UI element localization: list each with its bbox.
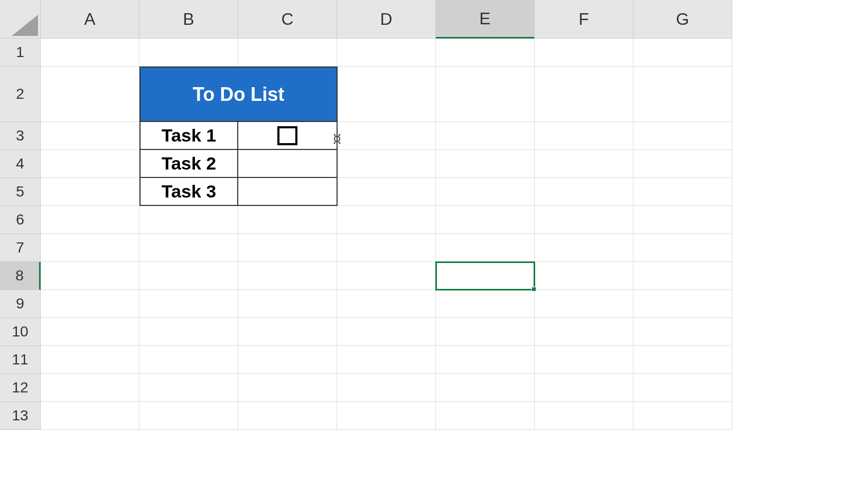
task-check-cell-1[interactable] [238, 122, 338, 150]
cell-f7[interactable] [535, 234, 633, 262]
cell-b8[interactable] [139, 262, 238, 290]
row-header-6[interactable]: 6 [0, 206, 41, 234]
cell-a9[interactable] [41, 290, 139, 318]
cell-e4[interactable] [436, 150, 535, 178]
cell-c13[interactable] [238, 402, 337, 430]
cell-f1[interactable] [535, 39, 633, 67]
cell-f5[interactable] [535, 178, 633, 206]
cell-b13[interactable] [139, 402, 238, 430]
cell-e6[interactable] [436, 206, 535, 234]
cell-a2[interactable] [41, 67, 139, 122]
row-header-13[interactable]: 13 [0, 402, 41, 430]
cell-g1[interactable] [633, 39, 732, 67]
cell-d7[interactable] [337, 234, 436, 262]
select-all-corner[interactable] [0, 0, 41, 39]
cell-f11[interactable] [535, 346, 633, 374]
cell-c1[interactable] [238, 39, 337, 67]
cell-f12[interactable] [535, 374, 633, 402]
cell-e11[interactable] [436, 346, 535, 374]
cell-c6[interactable] [238, 206, 337, 234]
cell-d5[interactable] [337, 178, 436, 206]
row-header-12[interactable]: 12 [0, 374, 41, 402]
cell-g12[interactable] [633, 374, 732, 402]
cell-g3[interactable] [633, 122, 732, 150]
column-header-e[interactable]: E [436, 0, 535, 39]
cell-g11[interactable] [633, 346, 732, 374]
row-header-8[interactable]: 8 [0, 262, 41, 290]
row-header-11[interactable]: 11 [0, 346, 41, 374]
cell-a6[interactable] [41, 206, 139, 234]
cell-e5[interactable] [436, 178, 535, 206]
cell-e1[interactable] [436, 39, 535, 67]
cell-c7[interactable] [238, 234, 337, 262]
task-label-1[interactable]: Task 1 [139, 122, 238, 150]
cell-b10[interactable] [139, 318, 238, 346]
cell-a7[interactable] [41, 234, 139, 262]
column-header-b[interactable]: B [139, 0, 238, 39]
checkbox-icon[interactable] [277, 126, 297, 145]
row-header-1[interactable]: 1 [0, 39, 41, 67]
cell-f6[interactable] [535, 206, 633, 234]
cell-d8[interactable] [337, 262, 436, 290]
cell-e3[interactable] [436, 122, 535, 150]
cell-g10[interactable] [633, 318, 732, 346]
task-label-3[interactable]: Task 3 [139, 178, 238, 206]
cell-c12[interactable] [238, 374, 337, 402]
cell-g7[interactable] [633, 234, 732, 262]
cell-d10[interactable] [337, 318, 436, 346]
task-check-cell-3[interactable] [238, 178, 338, 206]
cell-a5[interactable] [41, 178, 139, 206]
cell-e13[interactable] [436, 402, 535, 430]
cell-c10[interactable] [238, 318, 337, 346]
cell-f2[interactable] [535, 67, 633, 122]
cell-g4[interactable] [633, 150, 732, 178]
cell-a8[interactable] [41, 262, 139, 290]
cell-f8[interactable] [535, 262, 633, 290]
cell-d12[interactable] [337, 374, 436, 402]
column-header-a[interactable]: A [41, 0, 139, 39]
cell-e12[interactable] [436, 374, 535, 402]
cell-c11[interactable] [238, 346, 337, 374]
row-header-9[interactable]: 9 [0, 290, 41, 318]
cell-g8[interactable] [633, 262, 732, 290]
cell-e10[interactable] [436, 318, 535, 346]
row-header-5[interactable]: 5 [0, 178, 41, 206]
cell-d3[interactable] [337, 122, 436, 150]
cell-d4[interactable] [337, 150, 436, 178]
cell-f13[interactable] [535, 402, 633, 430]
cell-a13[interactable] [41, 402, 139, 430]
row-header-3[interactable]: 3 [0, 122, 41, 150]
cell-g6[interactable] [633, 206, 732, 234]
column-header-g[interactable]: G [633, 0, 732, 39]
row-header-10[interactable]: 10 [0, 318, 41, 346]
cell-c9[interactable] [238, 290, 337, 318]
cell-b1[interactable] [139, 39, 238, 67]
column-header-d[interactable]: D [337, 0, 436, 39]
cell-b9[interactable] [139, 290, 238, 318]
cell-g5[interactable] [633, 178, 732, 206]
cell-b11[interactable] [139, 346, 238, 374]
cell-g9[interactable] [633, 290, 732, 318]
cell-d11[interactable] [337, 346, 436, 374]
cell-a1[interactable] [41, 39, 139, 67]
todo-header[interactable]: To Do List [139, 67, 338, 122]
cell-a4[interactable] [41, 150, 139, 178]
column-header-c[interactable]: C [238, 0, 337, 39]
row-header-4[interactable]: 4 [0, 150, 41, 178]
cell-e9[interactable] [436, 290, 535, 318]
cell-b6[interactable] [139, 206, 238, 234]
cell-g2[interactable] [633, 67, 732, 122]
cell-d1[interactable] [337, 39, 436, 67]
row-header-7[interactable]: 7 [0, 234, 41, 262]
cell-a3[interactable] [41, 122, 139, 150]
cell-e7[interactable] [436, 234, 535, 262]
task-label-2[interactable]: Task 2 [139, 150, 238, 178]
cell-d2[interactable] [337, 67, 436, 122]
cell-f9[interactable] [535, 290, 633, 318]
cell-a12[interactable] [41, 374, 139, 402]
cell-f3[interactable] [535, 122, 633, 150]
cell-b7[interactable] [139, 234, 238, 262]
cell-b12[interactable] [139, 374, 238, 402]
cell-d9[interactable] [337, 290, 436, 318]
cell-d6[interactable] [337, 206, 436, 234]
